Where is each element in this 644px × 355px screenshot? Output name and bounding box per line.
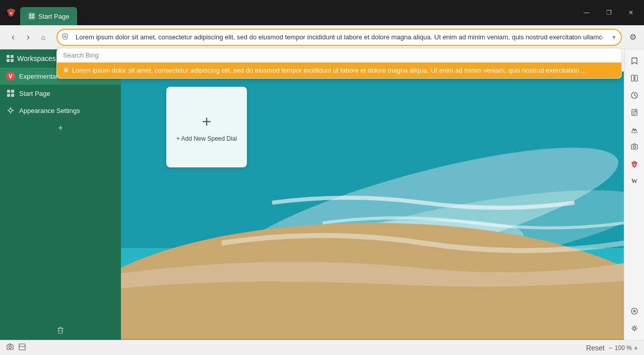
minimize-button[interactable]: — xyxy=(575,5,598,20)
address-input[interactable] xyxy=(56,29,622,46)
svg-point-20 xyxy=(10,107,11,108)
tab-favicon xyxy=(28,13,35,20)
svg-point-64 xyxy=(636,328,637,329)
svg-rect-24 xyxy=(58,328,62,333)
close-button[interactable]: ✕ xyxy=(620,5,642,20)
svg-line-8 xyxy=(66,37,67,38)
autocomplete-result-item[interactable]: Lorem ipsum dolor sit amet, consectetur … xyxy=(57,63,621,78)
autocomplete-result-text: Lorem ipsum dolor sit amet, consectetur … xyxy=(72,67,587,74)
svg-point-38 xyxy=(218,122,624,304)
right-panel-notes-button[interactable] xyxy=(627,105,642,120)
svg-point-70 xyxy=(9,346,12,348)
page-settings-button[interactable]: ⚙ xyxy=(626,30,640,44)
autocomplete-dropdown: Search Bing Lorem ipsum dolor sit amet, … xyxy=(56,48,622,79)
sidebar-item-start-page[interactable]: Start Page xyxy=(0,85,121,102)
sidebar-item-appearance[interactable]: Appearance Settings xyxy=(0,102,121,119)
right-panel-wiki-button[interactable]: W xyxy=(627,173,642,189)
status-bar-right: Reset − 100 % + xyxy=(586,344,638,352)
panels-panel-icon xyxy=(630,74,638,82)
svg-rect-16 xyxy=(11,90,14,93)
screenshot-button[interactable] xyxy=(6,343,14,352)
history-panel-icon xyxy=(630,91,638,99)
add-panel-icon xyxy=(630,307,638,315)
sidebar-trash-button[interactable] xyxy=(0,321,121,340)
experimental-icon: V xyxy=(6,72,15,81)
right-panel: V W xyxy=(624,49,644,340)
svg-text:V: V xyxy=(633,163,635,166)
status-bar: Reset − 100 % + xyxy=(0,340,644,355)
layout-icon xyxy=(18,343,26,351)
add-speed-dial-plus-icon: + xyxy=(202,112,212,131)
zoom-in-button[interactable]: + xyxy=(634,344,638,352)
appearance-icon xyxy=(6,106,15,115)
vivaldi-panel-icon: V xyxy=(630,160,638,168)
right-panel-settings-button[interactable] xyxy=(627,321,642,336)
svg-point-65 xyxy=(632,326,633,327)
sidebar-item-label-appearance: Appearance Settings xyxy=(19,107,80,114)
nav-controls: ‹ › ⌂ xyxy=(4,30,52,44)
main-layout: Workspaces ▾ V Experimental Features Sta… xyxy=(0,49,644,340)
right-panel-capture-button[interactable] xyxy=(627,139,642,154)
back-button[interactable]: ‹ xyxy=(6,30,20,44)
svg-rect-6 xyxy=(32,17,34,18)
camera-icon xyxy=(6,343,14,351)
tab-label: Start Page xyxy=(38,13,69,20)
svg-line-46 xyxy=(634,95,636,96)
content-area: Speed Dial New Folder + Bookmarks xyxy=(121,49,624,340)
svg-text:V: V xyxy=(10,11,13,16)
svg-rect-18 xyxy=(11,94,14,97)
sidebar-add-button[interactable]: + xyxy=(53,121,68,135)
sidebar-item-label-start-page: Start Page xyxy=(19,90,50,97)
address-dropdown-icon[interactable]: ▼ xyxy=(611,34,617,40)
svg-rect-17 xyxy=(7,94,10,97)
svg-point-53 xyxy=(633,146,635,148)
zoom-out-button[interactable]: − xyxy=(609,344,613,352)
active-tab[interactable]: Start Page xyxy=(20,7,77,25)
right-panel-vivaldi-button[interactable]: V xyxy=(627,156,642,171)
trash-icon xyxy=(56,326,65,335)
workspaces-label: Workspaces xyxy=(17,54,56,63)
typist-panel-icon xyxy=(630,126,638,134)
svg-rect-15 xyxy=(7,90,10,93)
svg-point-23 xyxy=(13,110,14,111)
zoom-controls: − 100 % + xyxy=(609,344,638,352)
sidebar-spacer xyxy=(0,137,121,321)
maximize-button[interactable]: ❐ xyxy=(598,5,620,20)
autocomplete-search-label: Search Bing xyxy=(57,48,621,63)
forward-icon: › xyxy=(27,32,30,42)
notes-panel-icon xyxy=(630,108,638,116)
settings-icon: ⚙ xyxy=(629,32,636,42)
reset-zoom-button[interactable]: Reset xyxy=(586,344,605,352)
home-button[interactable]: ⌂ xyxy=(36,30,50,44)
layout-button[interactable] xyxy=(18,343,26,352)
right-panel-panels-button[interactable] xyxy=(627,71,642,86)
window-controls: — ❐ ✕ xyxy=(575,5,642,20)
right-panel-typist-button[interactable] xyxy=(627,122,642,137)
zoom-value: 100 % xyxy=(615,344,632,351)
right-panel-bookmarks-button[interactable] xyxy=(627,53,642,69)
shield-search-icon xyxy=(61,33,69,41)
svg-point-68 xyxy=(635,326,636,327)
svg-rect-42 xyxy=(631,75,634,81)
svg-point-22 xyxy=(8,110,9,111)
svg-point-7 xyxy=(64,35,66,37)
bookmarks-panel-icon xyxy=(630,57,638,65)
home-icon: ⌂ xyxy=(41,33,45,41)
forward-button[interactable]: › xyxy=(21,30,35,44)
svg-rect-43 xyxy=(635,75,637,81)
vivaldi-logo: V xyxy=(4,0,20,25)
svg-rect-71 xyxy=(19,344,25,350)
right-panel-add-button[interactable] xyxy=(627,304,642,319)
svg-rect-14 xyxy=(11,59,14,62)
svg-rect-11 xyxy=(7,55,10,58)
speed-dial-background: + + Add New Speed Dial xyxy=(121,72,624,340)
svg-point-19 xyxy=(9,109,12,112)
svg-point-40 xyxy=(220,210,526,286)
add-speed-dial-card[interactable]: + + Add New Speed Dial xyxy=(166,87,247,167)
tab-strip: V Start Page xyxy=(0,0,575,25)
svg-rect-12 xyxy=(11,55,14,58)
svg-rect-52 xyxy=(631,145,637,149)
add-speed-dial-label: + Add New Speed Dial xyxy=(176,135,237,142)
right-panel-history-button[interactable] xyxy=(627,88,642,103)
svg-rect-4 xyxy=(32,14,34,16)
